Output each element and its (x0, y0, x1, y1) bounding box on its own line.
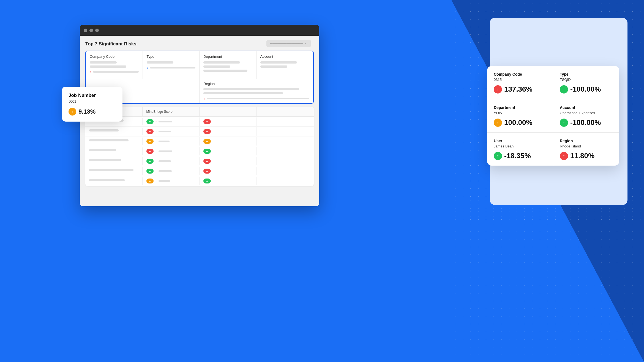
cell-extra1: ● (200, 167, 257, 175)
bg-dots-bottom (451, 197, 644, 362)
score-line (159, 160, 171, 162)
score-badge: ● (146, 169, 154, 174)
detail-value-text: 137.36% (504, 85, 533, 94)
cell-extra2 (257, 120, 314, 123)
score-line (159, 131, 171, 132)
filter-dropdown[interactable]: ────────────── (266, 40, 311, 47)
value-icon-green: ↑ (560, 119, 568, 127)
th-department: Department (200, 51, 256, 79)
detail-value-row: ↑ 11.80% (560, 152, 613, 160)
detail-value-text: -18.35% (504, 152, 531, 160)
placeholder-arrow: ↓ (147, 66, 196, 70)
score-badge: ● (203, 149, 211, 154)
placeholder (147, 61, 174, 64)
table-row: ● ↓ ● (85, 136, 314, 146)
detail-cell-company-code: Company Code 0315 ↑ 137.36% (487, 66, 553, 99)
arrow-line (150, 67, 196, 68)
cell-extra2 (257, 150, 314, 153)
score-badge: ● (203, 129, 211, 134)
window-dot-2 (89, 29, 93, 32)
table-row: ● ↑ ● (85, 166, 314, 176)
cell-score: ● ↑ (143, 127, 200, 136)
detail-sublabel: 0315 (494, 78, 546, 82)
detail-cell-region: Region Rhode Island ↑ 11.80% (553, 133, 619, 166)
detail-sublabel: YOW (494, 111, 546, 115)
browser-titlebar (80, 25, 319, 36)
detail-sublabel: James Bean (494, 144, 546, 148)
score-badge: ● (203, 119, 211, 124)
detail-value-text: -100.00% (570, 118, 601, 127)
detail-cell-account: Account Operational Expenses ↑ -100.00% (553, 99, 619, 133)
score-badge: ● (146, 129, 154, 134)
value-icon-green: ↑ (560, 85, 568, 94)
value-icon-green: ↑ (494, 152, 502, 160)
detail-label: User (494, 139, 546, 143)
value-icon-orange: ↑ (494, 119, 502, 127)
detail-cell-type: Type TSQID ↑ -100.00% (553, 66, 619, 99)
arrow-up-icon: ↑ (155, 169, 157, 173)
job-card-value-row: ↑ 9.13% (69, 108, 115, 116)
cell-score: ● ↑ (143, 117, 200, 126)
arrow-down-icon: ↓ (155, 140, 157, 143)
cell-extra1: ● (200, 177, 257, 185)
job-card-title: Job Number (69, 93, 115, 98)
cell-extra2 (257, 140, 314, 143)
placeholder (90, 65, 126, 68)
placeholder (203, 92, 283, 94)
score-badge: ● (146, 159, 154, 164)
cell-extra1: ● (200, 117, 257, 126)
detail-card: Company Code 0315 ↑ 137.36% Type TSQID ↑… (487, 66, 619, 166)
th-company-code: Company Code ↑ (86, 51, 143, 79)
score-line (159, 180, 170, 182)
bottom-data-rows: ● ↑ ● ● ↑ (85, 117, 314, 186)
detail-value-row: ↑ 137.36% (494, 85, 546, 94)
value-icon: ↑ (69, 108, 76, 116)
cell-category (85, 128, 143, 135)
score-badge: ● (146, 149, 154, 154)
placeholder (90, 61, 117, 64)
detail-value-row: ↑ -100.00% (560, 85, 613, 94)
detail-label: Region (560, 139, 613, 143)
window-dot-3 (95, 29, 99, 32)
score-badge: ● (146, 139, 154, 144)
detail-cell-department: Department YOW ↑ 100.00% (487, 99, 553, 133)
arrow-up-icon: ↑ (155, 160, 157, 163)
value-icon-red: ↑ (494, 85, 502, 94)
cell-category (85, 147, 143, 155)
placeholder (203, 65, 230, 68)
detail-sublabel: Rhode Island (560, 144, 613, 148)
arrow-down-icon: ↓ (147, 66, 148, 70)
placeholder (203, 88, 299, 90)
score-line (159, 150, 172, 152)
top-table-header: Company Code ↑ Type ↓ (86, 51, 313, 79)
bottom-th-empty2 (257, 107, 314, 116)
cell-score: ● ↓ (143, 137, 200, 146)
value-icon-red: ↑ (560, 152, 568, 160)
arrow-up-icon: ↑ (203, 97, 205, 100)
score-badge: ● (146, 179, 154, 183)
cell-extra2 (257, 130, 314, 133)
detail-label: Account (560, 105, 613, 110)
table-row: ● ↓ ● (85, 146, 314, 156)
cell-extra2 (257, 169, 314, 173)
cell-extra2 (257, 179, 314, 183)
cell-category (85, 177, 143, 185)
detail-cell-user: User James Bean ↑ -18.35% (487, 133, 553, 166)
region-cell-right: Region ↑ (200, 79, 313, 103)
cell-extra1: ● (200, 127, 257, 136)
arrow-up-icon: ↑ (90, 70, 91, 74)
score-badge: ● (203, 139, 211, 144)
job-card-subtitle: J001 (69, 99, 115, 103)
placeholder (203, 61, 240, 64)
cell-extra2 (257, 160, 314, 163)
table-row: ● ↓ ● (85, 176, 314, 186)
arrow-up-icon: ↑ (155, 130, 157, 133)
detail-value-row: ↑ 100.00% (494, 118, 546, 127)
cell-extra1: ● (200, 147, 257, 155)
cell-score: ● ↓ (143, 147, 200, 155)
score-line (159, 121, 172, 122)
score-line (159, 170, 172, 172)
window-dot-1 (84, 29, 87, 32)
job-card-percent: 9.13% (78, 108, 95, 115)
cell-score: ● ↑ (143, 157, 200, 165)
